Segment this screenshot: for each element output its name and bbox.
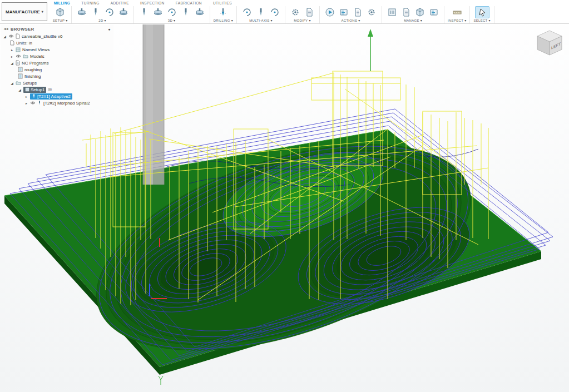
group-modify: MODIFY▾: [285, 6, 320, 23]
trim-icon[interactable]: [289, 7, 302, 18]
2d-adaptive-icon[interactable]: [89, 7, 102, 18]
chevron-down-icon: ▾: [270, 19, 272, 22]
templates-icon[interactable]: [399, 7, 413, 18]
chevron-down-icon: ▾: [420, 19, 422, 22]
eye-icon[interactable]: [16, 54, 21, 58]
main-toolbar: MANUFACTURE ▾ MILLING TURNING ADDITIVE I…: [0, 0, 569, 24]
collapse-panel-icon[interactable]: ◂◂: [4, 27, 8, 31]
machined-terraces: [71, 104, 496, 391]
setup-sheet-icon[interactable]: [351, 7, 364, 18]
2d-contour-icon[interactable]: [117, 7, 130, 18]
toolpath-z-axis-arrow: [368, 29, 373, 71]
select-icon[interactable]: [475, 6, 489, 18]
tree-item-finishing[interactable]: finishing: [1, 73, 113, 80]
tab-milling[interactable]: MILLING: [54, 1, 71, 5]
gcode-icon: [18, 67, 23, 72]
task-manager-icon[interactable]: [427, 7, 441, 18]
chevron-down-icon: ▾: [66, 19, 67, 22]
folder-icon: [23, 54, 28, 58]
expand-arrow-icon[interactable]: ▸: [24, 95, 28, 98]
tab-fabrication[interactable]: FABRICATION: [176, 1, 202, 5]
new-setup-icon[interactable]: [53, 7, 67, 18]
spiral-icon[interactable]: [193, 7, 206, 18]
group-manage-label[interactable]: MANAGE: [404, 19, 419, 22]
tool-library-icon[interactable]: [385, 7, 399, 18]
expand-arrow-icon[interactable]: ◢: [18, 88, 22, 92]
chevron-down-icon: ▾: [174, 19, 175, 22]
expand-arrow-icon[interactable]: ◢: [10, 61, 14, 65]
tree-item-roughing[interactable]: roughing: [1, 66, 113, 73]
ribbon-groups: SETUP▾ 2D▾ 3D▾: [50, 6, 494, 23]
parallel-icon[interactable]: [165, 7, 179, 18]
group-2d-label[interactable]: 2D: [98, 19, 103, 22]
eye-icon[interactable]: [8, 34, 14, 38]
browser-title: BROWSER: [11, 27, 34, 32]
tool-shaft: [143, 24, 164, 185]
machine-library-icon[interactable]: [413, 7, 427, 18]
eye-icon[interactable]: [30, 101, 36, 105]
tree-item-nc-programs[interactable]: ◢ NC Programs: [1, 59, 113, 66]
ribbon-tabs: MILLING TURNING ADDITIVE INSPECTION FABR…: [54, 0, 232, 6]
generate-icon[interactable]: [365, 7, 378, 18]
folder-icon: [16, 81, 21, 85]
scallop-icon[interactable]: [179, 7, 192, 18]
workspace-switcher[interactable]: MANUFACTURE ▾: [2, 2, 47, 21]
tree-item-models[interactable]: ▸ Models: [1, 53, 113, 59]
drill-icon[interactable]: [216, 7, 230, 18]
group-drilling: DRILLING▾: [210, 6, 237, 23]
group-select-label[interactable]: SELECT: [473, 19, 487, 22]
tree-item-morphed-spiral2[interactable]: ▸ [T2#2] Morphed Spiral2: [1, 100, 113, 106]
expand-arrow-icon[interactable]: ▸: [10, 54, 14, 58]
tree-item-named-views[interactable]: ▸ Named Views: [1, 46, 113, 53]
tree-item-adaptive2[interactable]: ▸ [T2#1] Adaptive2: [1, 93, 113, 100]
group-manage: MANAGE▾: [382, 6, 444, 23]
nc-programs-icon: [16, 60, 20, 66]
group-3d: 3D▾: [134, 6, 210, 23]
tab-inspection[interactable]: INSPECTION: [140, 1, 165, 5]
2d-pocket-icon[interactable]: [103, 7, 116, 18]
setup-icon: [25, 87, 29, 92]
tab-additive[interactable]: ADDITIVE: [111, 1, 129, 5]
expand-arrow-icon[interactable]: ▸: [24, 101, 28, 105]
tree-item-document-root[interactable]: ◢ carveable_shuttle v6: [1, 33, 113, 39]
group-multiaxis-label[interactable]: MULTI-AXIS: [249, 19, 269, 22]
toolpath-icon: [32, 94, 36, 98]
link-icon[interactable]: [303, 7, 316, 18]
tree-item-setups[interactable]: ◢ Setups: [1, 80, 113, 86]
units-icon: [10, 40, 14, 46]
chevron-down-icon: ▾: [489, 19, 491, 22]
viewcube[interactable]: LEFT: [532, 26, 567, 62]
group-modify-label[interactable]: MODIFY: [294, 19, 308, 22]
group-actions-label[interactable]: ACTIONS: [341, 19, 357, 22]
group-drilling-label[interactable]: DRILLING: [214, 19, 230, 22]
measure-icon[interactable]: [451, 7, 464, 18]
panel-options-icon[interactable]: ●: [108, 27, 111, 31]
group-inspect-label[interactable]: INSPECT: [448, 19, 463, 22]
chevron-down-icon: ▾: [231, 19, 233, 22]
tree-item-units[interactable]: Units: in: [1, 39, 113, 46]
tab-utilities[interactable]: UTILITIES: [213, 1, 232, 5]
chevron-down-icon: ▾: [464, 19, 466, 22]
swarf-icon[interactable]: [254, 7, 268, 18]
document-icon: [16, 33, 20, 39]
tree-item-setup1[interactable]: ◢ Setup1 ◎: [1, 86, 113, 93]
group-setup-label[interactable]: SETUP: [53, 19, 65, 22]
group-inspect: INSPECT▾: [444, 6, 470, 23]
pocket-clearing-icon[interactable]: [151, 7, 165, 18]
workspace-label: MANUFACTURE: [6, 9, 40, 14]
chevron-down-icon: ▾: [309, 19, 310, 22]
face-mill-icon[interactable]: [75, 7, 88, 18]
expand-arrow-icon[interactable]: ◢: [3, 34, 7, 38]
stock-point-icon[interactable]: ◎: [48, 87, 52, 92]
multiaxis-contour-icon[interactable]: [240, 7, 254, 18]
simulate-icon[interactable]: [323, 7, 337, 18]
adaptive-clearing-icon[interactable]: [137, 7, 151, 18]
expand-arrow-icon[interactable]: ◢: [10, 81, 14, 85]
app-window: { "app": { "workspace": { "label": "MANU…: [0, 0, 569, 392]
toolpath-icon: [37, 101, 42, 105]
tab-turning[interactable]: TURNING: [81, 1, 99, 5]
group-3d-label[interactable]: 3D: [168, 19, 172, 22]
expand-arrow-icon[interactable]: ▸: [10, 48, 14, 52]
post-process-icon[interactable]: [337, 7, 350, 18]
rotary-icon[interactable]: [268, 7, 281, 18]
